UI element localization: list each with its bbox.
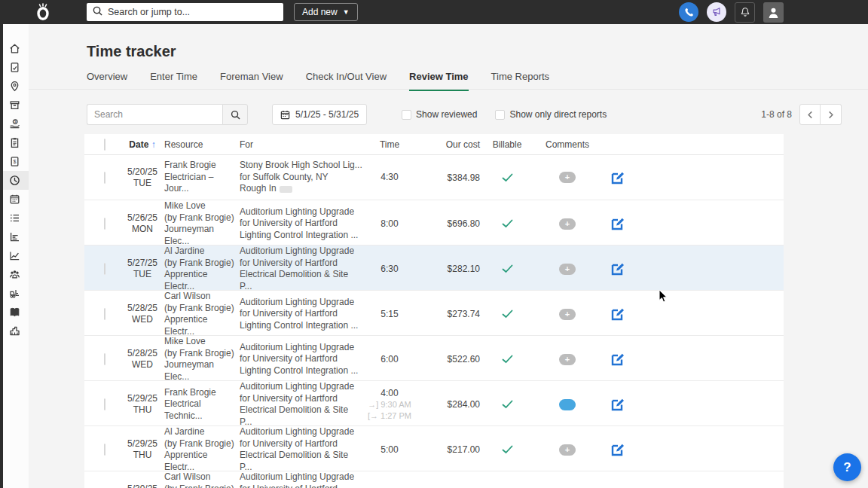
pagination-prev-button[interactable] — [799, 104, 821, 125]
sidebar-item-home[interactable] — [0, 39, 29, 58]
column-header-comments[interactable]: Comments — [526, 139, 609, 150]
entry-our-cost: $696.80 — [417, 218, 488, 229]
help-button[interactable]: ? — [833, 453, 861, 481]
row-checkbox[interactable] — [104, 172, 105, 184]
notifications-button[interactable] — [735, 2, 755, 23]
row-checkbox[interactable] — [104, 308, 105, 320]
entry-resource: Carl Wilson(by Frank Brogie)Apprentice E… — [163, 471, 238, 488]
table-row[interactable]: 5/28/25WEDMike Love(by Frank Brogie)Jour… — [84, 336, 784, 381]
date-range-picker[interactable]: 5/1/25 - 5/31/25 — [272, 104, 367, 125]
entry-for: Auditorium Lighting Upgradefor Universit… — [238, 206, 362, 242]
sidebar-item-invoices[interactable]: $ — [0, 152, 29, 171]
column-header-our-cost[interactable]: Our cost — [417, 139, 488, 150]
sidebar-item-office[interactable] — [0, 322, 29, 340]
table-search-input[interactable] — [87, 104, 222, 125]
tab-foreman-view[interactable]: Foreman View — [220, 71, 283, 91]
sidebar-item-time-tracker[interactable] — [0, 171, 29, 190]
edit-entry-button[interactable] — [610, 261, 625, 276]
sidebar-item-schedule[interactable] — [0, 190, 29, 209]
table-row[interactable]: 5/29/25THUFrank BrogieElectrical Technic… — [84, 381, 784, 426]
billable-check-icon — [502, 264, 513, 273]
tab-review-time[interactable]: Review Time — [409, 71, 469, 91]
sidebar-item-catalog[interactable] — [0, 303, 29, 322]
user-avatar[interactable] — [763, 2, 784, 23]
column-header-resource[interactable]: Resource — [163, 139, 238, 150]
table-row[interactable]: 5/26/25MONMike Love(by Frank Brogie)Jour… — [84, 200, 784, 246]
checkbox[interactable] — [495, 110, 505, 120]
sidebar-item-equipment[interactable] — [0, 284, 29, 303]
billable-check-icon — [502, 173, 513, 182]
edit-icon — [610, 170, 625, 185]
add-comment-icon[interactable]: + — [559, 264, 576, 275]
row-checkbox[interactable] — [104, 263, 105, 275]
tab-check-in-out-view[interactable]: Check In/Out View — [306, 71, 387, 91]
edit-entry-button[interactable] — [610, 397, 625, 412]
checkbox[interactable] — [402, 110, 411, 120]
tab-enter-time[interactable]: Enter Time — [150, 71, 197, 91]
edit-icon — [610, 307, 625, 322]
add-comment-icon[interactable]: + — [559, 172, 576, 183]
person-icon — [767, 6, 780, 19]
show-reviewed-checkbox[interactable]: Show reviewed — [402, 109, 477, 120]
row-checkbox[interactable] — [104, 444, 105, 456]
add-comment-icon[interactable]: + — [559, 354, 576, 365]
tab-time-reports[interactable]: Time Reports — [491, 71, 550, 91]
entry-billable — [488, 264, 526, 273]
row-checkbox[interactable] — [104, 353, 105, 365]
add-comment-icon[interactable]: + — [559, 444, 576, 456]
edit-entry-button[interactable] — [610, 170, 625, 185]
table-row[interactable]: 5/27/25TUEAl Jardine(by Frank Brogie)App… — [84, 246, 784, 291]
sidebar-item-team[interactable] — [0, 265, 29, 284]
column-header-time[interactable]: Time — [362, 139, 417, 150]
sidebar-item-tasks[interactable] — [0, 209, 29, 227]
sidebar-item-documents[interactable] — [0, 58, 29, 77]
search-icon — [231, 110, 240, 120]
column-header-date[interactable]: Date ↑ — [122, 139, 163, 150]
clipboard-icon — [9, 137, 20, 148]
add-new-button[interactable]: Add new▼ — [294, 3, 358, 21]
sidebar-item-locations[interactable] — [0, 77, 29, 96]
entry-time: 4:00→] 9:30 AM[→ 1:27 PM — [362, 388, 417, 422]
table-row[interactable]: 5/30/25FRICarl Wilson(by Frank Brogie)Ap… — [84, 471, 784, 488]
entry-resource: Carl Wilson(by Frank Brogie)Apprentice E… — [163, 291, 238, 337]
edit-entry-button[interactable] — [610, 307, 625, 322]
archive-box-icon — [9, 99, 20, 111]
comment-icon[interactable] — [559, 399, 576, 410]
show-direct-reports-checkbox[interactable]: Show only direct reports — [495, 109, 607, 120]
edit-icon — [610, 216, 625, 231]
sidebar-item-analytics[interactable] — [0, 246, 29, 265]
column-header-for[interactable]: For — [238, 139, 362, 150]
global-search-input[interactable] — [108, 7, 277, 17]
add-comment-icon[interactable]: + — [559, 309, 576, 320]
entry-time: 5:00 — [362, 444, 417, 456]
add-comment-icon[interactable]: + — [559, 218, 576, 230]
entry-comments — [526, 399, 609, 410]
sidebar-item-reports[interactable] — [0, 227, 29, 246]
pagination-next-button[interactable] — [821, 104, 842, 125]
announcements-button[interactable] — [707, 2, 726, 22]
select-all-checkbox[interactable] — [104, 139, 105, 151]
edit-entry-button[interactable] — [610, 216, 625, 231]
tab-overview[interactable]: Overview — [87, 71, 127, 91]
sidebar-item-purchases[interactable]: $ — [0, 114, 29, 133]
global-search[interactable] — [87, 3, 283, 21]
table-row[interactable]: 5/29/25THUAl Jardine(by Frank Brogie)App… — [84, 426, 784, 471]
phone-button[interactable] — [679, 2, 698, 22]
bell-icon — [740, 7, 750, 17]
app-logo-icon[interactable] — [32, 2, 53, 22]
entry-date: 5/26/25MON — [122, 212, 163, 235]
edit-entry-button[interactable] — [610, 442, 625, 457]
column-header-billable[interactable]: Billable — [488, 139, 526, 150]
table-row[interactable]: 5/20/25TUEFrank BrogieElectrician – Jour… — [84, 155, 784, 200]
entry-billable — [488, 355, 526, 364]
table-row[interactable]: 5/28/25WEDCarl Wilson(by Frank Brogie)Ap… — [84, 291, 784, 336]
edit-icon — [610, 442, 625, 457]
entry-billable — [488, 173, 526, 182]
edit-entry-button[interactable] — [610, 352, 625, 367]
row-checkbox[interactable] — [104, 218, 105, 230]
billable-check-icon — [502, 219, 513, 228]
sidebar-item-contracts[interactable] — [0, 133, 29, 152]
sidebar-item-inventory[interactable] — [0, 96, 29, 114]
table-search-button[interactable] — [222, 104, 248, 125]
row-checkbox[interactable] — [104, 398, 105, 410]
